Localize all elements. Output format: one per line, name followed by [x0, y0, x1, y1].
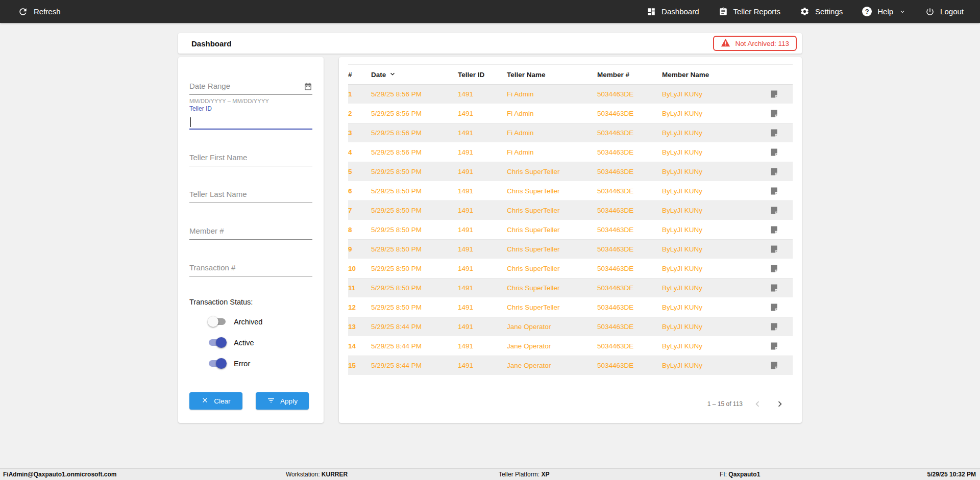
- table-row[interactable]: 10 5/29/25 8:50 PM 1491 Chris SuperTelle…: [348, 259, 793, 279]
- note-icon[interactable]: [770, 206, 778, 215]
- row-teller-id: 1491: [458, 129, 507, 137]
- toggle-thumb: [208, 316, 218, 327]
- status-bar: FiAdmin@Qaxpauto1.onmicrosoft.com Workst…: [0, 468, 980, 480]
- note-icon[interactable]: [770, 129, 778, 137]
- note-icon[interactable]: [770, 90, 778, 98]
- transaction-status-label: Transaction Status:: [189, 298, 312, 306]
- not-archived-label: Not Archived: 113: [735, 40, 789, 47]
- not-archived-badge[interactable]: Not Archived: 113: [713, 36, 797, 51]
- member-number-input[interactable]: [189, 226, 312, 239]
- dashboard-icon: [647, 7, 656, 16]
- row-member-number: 5034463DE: [597, 265, 662, 272]
- row-number: 7: [348, 207, 371, 214]
- date-range-field: [189, 82, 312, 95]
- toggle-archived-label: Archived: [234, 318, 262, 326]
- row-teller-id: 1491: [458, 110, 507, 117]
- row-number: 2: [348, 110, 371, 117]
- teller-id-field[interactable]: [189, 113, 312, 130]
- status-toggle[interactable]: [208, 316, 227, 327]
- row-number: 11: [348, 284, 371, 292]
- transaction-number-input[interactable]: [189, 263, 312, 276]
- note-icon[interactable]: [770, 284, 778, 292]
- prev-page-button[interactable]: [750, 396, 765, 412]
- toggle-archived[interactable]: Archived: [208, 316, 312, 327]
- table-row[interactable]: 9 5/29/25 8:50 PM 1491 Chris SuperTeller…: [348, 240, 793, 259]
- toggle-active[interactable]: Active: [208, 337, 312, 348]
- row-number: 13: [348, 323, 371, 331]
- row-member-name: ByLyJI KUNy: [662, 265, 763, 272]
- note-icon[interactable]: [770, 148, 778, 157]
- row-member-name: ByLyJI KUNy: [662, 148, 763, 156]
- results-panel: # Date Teller ID Teller Name Member # Me…: [339, 57, 802, 423]
- nav-logout[interactable]: Logout: [925, 7, 964, 16]
- refresh-button[interactable]: Refresh: [18, 7, 61, 17]
- row-member-name: ByLyJI KUNy: [662, 323, 763, 331]
- note-icon[interactable]: [770, 225, 778, 234]
- nav-teller-reports[interactable]: Teller Reports: [719, 7, 781, 16]
- table-row[interactable]: 15 5/29/25 8:44 PM 1491 Jane Operator 50…: [348, 356, 793, 375]
- nav-settings-label: Settings: [815, 7, 843, 16]
- table-row[interactable]: 12 5/29/25 8:50 PM 1491 Chris SuperTelle…: [348, 298, 793, 317]
- teller-id-label: Teller ID: [189, 105, 312, 112]
- row-date: 5/29/25 8:50 PM: [371, 207, 458, 214]
- note-icon[interactable]: [770, 361, 778, 370]
- note-icon[interactable]: [770, 245, 778, 254]
- table-row[interactable]: 5 5/29/25 8:50 PM 1491 Chris SuperTeller…: [348, 162, 793, 182]
- table-header: # Date Teller ID Teller Name Member # Me…: [348, 64, 793, 85]
- row-teller-name: Chris SuperTeller: [507, 284, 597, 292]
- apply-button[interactable]: Apply: [256, 392, 309, 410]
- refresh-icon: [18, 7, 28, 17]
- apply-button-label: Apply: [280, 397, 298, 405]
- note-icon[interactable]: [770, 109, 778, 118]
- row-date: 5/29/25 8:50 PM: [371, 265, 458, 272]
- next-page-button[interactable]: [772, 396, 788, 412]
- status-toggle[interactable]: [208, 337, 227, 348]
- row-teller-name: Chris SuperTeller: [507, 187, 597, 195]
- clipboard-icon: [719, 7, 728, 16]
- col-date[interactable]: Date: [371, 70, 458, 80]
- row-teller-name: Chris SuperTeller: [507, 226, 597, 234]
- power-icon: [925, 7, 935, 16]
- nav-dashboard[interactable]: Dashboard: [647, 7, 699, 16]
- teller-last-name-field: [189, 190, 312, 203]
- teller-last-name-input[interactable]: [189, 190, 312, 203]
- note-icon[interactable]: [770, 303, 778, 312]
- row-teller-id: 1491: [458, 168, 507, 175]
- nav-settings[interactable]: Settings: [800, 7, 843, 16]
- row-number: 14: [348, 342, 371, 350]
- table-row[interactable]: 4 5/29/25 8:56 PM 1491 Fi Admin 5034463D…: [348, 143, 793, 162]
- table-row[interactable]: 1 5/29/25 8:56 PM 1491 Fi Admin 5034463D…: [348, 85, 793, 104]
- calendar-icon[interactable]: [304, 82, 312, 93]
- table-row[interactable]: 7 5/29/25 8:50 PM 1491 Chris SuperTeller…: [348, 201, 793, 220]
- row-date: 5/29/25 8:56 PM: [371, 129, 458, 137]
- clear-button-label: Clear: [214, 397, 230, 405]
- note-icon[interactable]: [770, 264, 778, 273]
- table-row[interactable]: 8 5/29/25 8:50 PM 1491 Chris SuperTeller…: [348, 220, 793, 240]
- note-icon[interactable]: [770, 342, 778, 350]
- note-icon[interactable]: [770, 187, 778, 195]
- table-row[interactable]: 13 5/29/25 8:44 PM 1491 Jane Operator 50…: [348, 317, 793, 337]
- table-row[interactable]: 11 5/29/25 8:50 PM 1491 Chris SuperTelle…: [348, 279, 793, 298]
- member-number-field: [189, 226, 312, 240]
- row-number: 12: [348, 304, 371, 311]
- row-teller-name: Fi Admin: [507, 148, 597, 156]
- row-teller-name: Fi Admin: [507, 129, 597, 137]
- note-icon[interactable]: [770, 167, 778, 176]
- row-member-number: 5034463DE: [597, 187, 662, 195]
- note-icon[interactable]: [770, 322, 778, 331]
- toggle-error[interactable]: Error: [208, 358, 312, 369]
- teller-first-name-input[interactable]: [189, 153, 312, 166]
- row-date: 5/29/25 8:50 PM: [371, 187, 458, 195]
- table-row[interactable]: 3 5/29/25 8:56 PM 1491 Fi Admin 5034463D…: [348, 123, 793, 143]
- nav-help[interactable]: ? Help: [862, 7, 906, 16]
- clear-button[interactable]: Clear: [189, 392, 242, 410]
- table-row[interactable]: 2 5/29/25 8:56 PM 1491 Fi Admin 5034463D…: [348, 104, 793, 123]
- date-range-input[interactable]: [189, 82, 312, 94]
- status-datetime: 5/29/25 10:32 PM: [927, 471, 976, 478]
- table-row[interactable]: 6 5/29/25 8:50 PM 1491 Chris SuperTeller…: [348, 182, 793, 201]
- row-member-name: ByLyJI KUNy: [662, 284, 763, 292]
- nav-logout-label: Logout: [940, 7, 964, 16]
- row-teller-id: 1491: [458, 284, 507, 292]
- table-row[interactable]: 14 5/29/25 8:44 PM 1491 Jane Operator 50…: [348, 337, 793, 356]
- status-toggle[interactable]: [208, 358, 227, 369]
